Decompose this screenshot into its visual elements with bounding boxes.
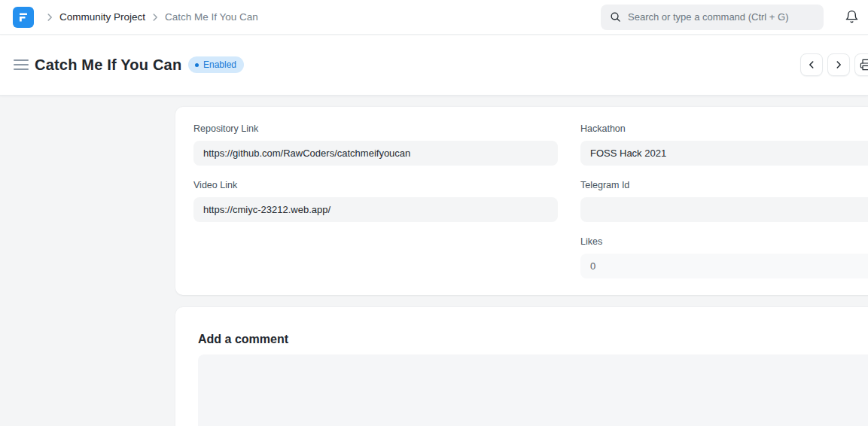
chevron-right-icon (145, 12, 165, 23)
navbar-right (601, 5, 856, 30)
previous-document-button[interactable] (800, 53, 823, 76)
video-link-input[interactable] (193, 197, 558, 222)
comment-section-heading: Add a comment (198, 333, 868, 346)
breadcrumb-item-current: Catch Me If You Can (165, 11, 258, 23)
field-repository-link: Repository Link (193, 123, 558, 166)
bell-icon (845, 10, 859, 24)
next-document-button[interactable] (827, 53, 850, 76)
breadcrumb: Community Project Catch Me If You Can (40, 11, 258, 23)
page-header: Catch Me If You Can Enabled (0, 35, 868, 96)
field-label: Repository Link (193, 123, 558, 134)
search-input[interactable] (628, 11, 815, 23)
status-badge-label: Enabled (203, 59, 236, 70)
print-button[interactable] (854, 53, 868, 76)
field-label: Likes (580, 236, 868, 247)
comment-section-card: Add a comment (175, 307, 868, 426)
form-column-left: Repository Link Video Link (193, 123, 558, 293)
global-search[interactable] (601, 5, 824, 30)
chevron-right-icon (40, 12, 59, 23)
field-label: Video Link (193, 180, 558, 190)
chevron-left-icon (806, 59, 817, 70)
form-section-card: Repository Link Video Link Hackathon Tel… (175, 107, 868, 295)
notifications-button[interactable] (843, 8, 860, 26)
field-likes: Likes (580, 236, 868, 278)
status-badge: Enabled (188, 56, 244, 73)
hamburger-menu-icon (14, 59, 30, 70)
field-video-link: Video Link (193, 180, 558, 222)
hackathon-input[interactable] (580, 141, 868, 166)
title-actions (800, 53, 868, 76)
search-icon (610, 11, 621, 23)
frappe-logo[interactable] (13, 7, 34, 28)
likes-value (580, 254, 868, 278)
field-telegram-id: Telegram Id (580, 180, 868, 222)
breadcrumb-item-community-project[interactable]: Community Project (59, 11, 145, 23)
comment-input[interactable] (198, 354, 868, 426)
sidebar-toggle-button[interactable] (14, 56, 30, 73)
form-column-right: Hackathon Telegram Id Likes (580, 123, 868, 293)
navbar: Community Project Catch Me If You Can (0, 0, 868, 35)
repository-link-input[interactable] (193, 141, 558, 166)
chevron-right-icon (833, 59, 844, 70)
field-hackathon: Hackathon (580, 123, 868, 166)
telegram-id-input[interactable] (580, 197, 868, 222)
app-window: Community Project Catch Me If You Can (0, 0, 868, 426)
page-title: Catch Me If You Can (35, 56, 181, 74)
form-grid: Repository Link Video Link Hackathon Tel… (193, 123, 868, 293)
frappe-logo-glyph (17, 11, 29, 23)
status-dot-icon (195, 63, 199, 67)
field-label: Hackathon (580, 123, 868, 134)
printer-icon (860, 59, 868, 71)
field-label: Telegram Id (580, 180, 868, 190)
